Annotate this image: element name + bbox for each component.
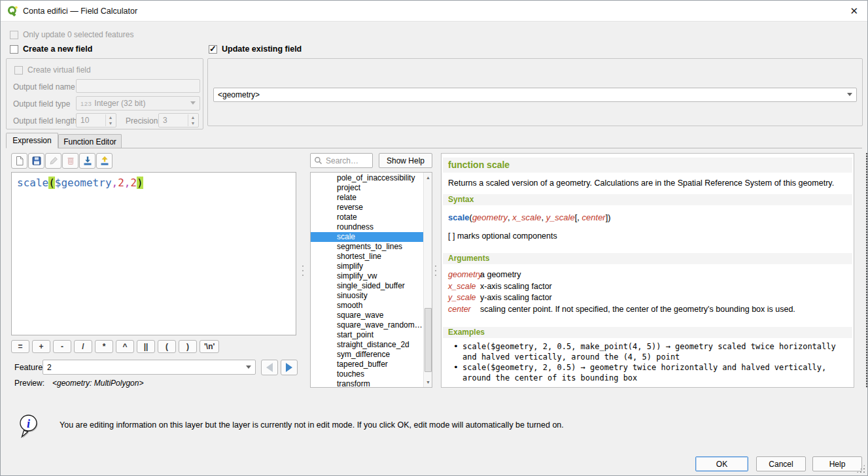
argument-description: y-axis scaling factor (480, 292, 552, 304)
close-icon[interactable]: ✕ (850, 1, 858, 22)
spinner-arrows[interactable]: ▲▼ (105, 114, 115, 126)
tab-expression[interactable]: Expression (6, 133, 58, 148)
splitter-handle[interactable] (434, 262, 437, 280)
save-expression-button[interactable] (28, 153, 44, 169)
argument-name: x_scale (448, 281, 480, 293)
precision-label: Precision (126, 116, 158, 126)
operator-button[interactable]: + (32, 340, 50, 353)
export-expression-button[interactable] (96, 153, 113, 169)
arguments-heading: Arguments (443, 253, 852, 264)
function-search-input[interactable]: Search… (310, 153, 373, 168)
existing-field-dropdown[interactable]: <geometry> (213, 88, 857, 102)
function-list-item[interactable]: transform (311, 379, 432, 388)
function-list-item[interactable]: start_point (311, 330, 432, 340)
operator-button[interactable]: ) (179, 340, 197, 353)
scrollbar-thumb[interactable] (425, 308, 432, 372)
operator-button[interactable]: * (95, 340, 113, 353)
function-list-item[interactable]: simplify (311, 262, 432, 271)
splitter-edge[interactable] (866, 153, 867, 388)
function-list-item[interactable]: relate (311, 193, 432, 203)
cancel-button[interactable]: Cancel (756, 456, 806, 471)
operator-button[interactable]: '\n' (200, 340, 219, 353)
precision-spinner[interactable]: 3 ▲▼ (158, 113, 199, 128)
spinner-arrows[interactable]: ▲▼ (188, 114, 198, 126)
function-list-item[interactable]: reverse (311, 203, 432, 212)
operator-button[interactable]: - (53, 340, 71, 353)
function-list-item[interactable]: pole_of_inaccessibility (311, 173, 432, 183)
examples-heading: Examples (443, 327, 852, 338)
output-field-type-dropdown[interactable]: 123 Integer (32 bit) (76, 96, 200, 110)
import-expression-button[interactable] (79, 153, 95, 169)
pencil-icon (48, 156, 59, 166)
new-expression-button[interactable] (11, 153, 27, 169)
function-list-item[interactable]: smooth (311, 301, 432, 311)
function-list-item[interactable]: straight_distance_2d (311, 340, 432, 350)
help-title: function scale (443, 158, 852, 173)
trash-icon (65, 156, 76, 166)
arrow-right-icon (286, 363, 292, 372)
function-list-item[interactable]: rotate (311, 212, 432, 222)
function-list-item[interactable]: sym_difference (311, 350, 432, 360)
function-list-item[interactable]: roundness (311, 222, 432, 232)
examples-list: scale($geometry, 2, 0.5, make_point(4, 5… (453, 341, 848, 383)
spin-up-icon[interactable]: ▲ (188, 114, 198, 120)
argument-description: a geometry (480, 269, 521, 281)
create-virtual-field-checkbox[interactable]: Create virtual field (14, 65, 91, 75)
existing-field-value: <geometry> (218, 90, 260, 99)
scroll-up-icon[interactable]: ▲ (424, 173, 432, 182)
delete-expression-button[interactable] (62, 153, 78, 169)
previous-feature-button[interactable] (261, 360, 278, 375)
operator-button[interactable]: ( (158, 340, 176, 353)
update-existing-field-checkbox[interactable]: Update existing field (209, 44, 302, 54)
integer-type-icon: 123 (80, 100, 92, 107)
function-list-item[interactable]: sinuosity (311, 291, 432, 301)
argument-name: y_scale (448, 292, 480, 304)
create-new-field-checkbox[interactable]: Create a new field (10, 44, 92, 54)
spin-down-icon[interactable]: ▼ (188, 120, 198, 126)
operator-button[interactable]: || (137, 340, 155, 353)
tab-function-editor[interactable]: Function Editor (58, 134, 122, 148)
expression-token: ( (48, 177, 55, 189)
splitter-handle[interactable] (302, 262, 304, 280)
function-list-item[interactable]: scale (311, 232, 432, 242)
svg-text:i: i (27, 417, 30, 430)
operator-button[interactable]: ^ (116, 340, 134, 353)
edit-expression-button[interactable] (45, 153, 61, 169)
function-list-item[interactable]: touches (311, 369, 432, 379)
output-field-length-spinner[interactable]: 10 ▲▼ (76, 113, 116, 128)
function-list-item[interactable]: project (311, 183, 432, 193)
expression-token: , (112, 177, 118, 189)
checkbox-box (209, 45, 217, 54)
syntax-line: scale(geometry, x_scale, y_scale[, cente… (448, 212, 611, 222)
expression-token: 2 (130, 177, 137, 189)
function-list-item[interactable]: shortest_line (311, 252, 432, 262)
operator-button[interactable]: / (74, 340, 92, 353)
spin-down-icon[interactable]: ▼ (106, 120, 115, 126)
qgis-logo-icon (7, 5, 18, 17)
function-list-item[interactable]: segments_to_lines (311, 242, 432, 252)
scroll-down-icon[interactable]: ▼ (424, 377, 432, 387)
output-field-type-label: Output field type (13, 99, 70, 109)
import-arrow-down-icon (82, 156, 93, 166)
feature-combobox[interactable]: 2 (43, 360, 256, 375)
output-field-name-input[interactable] (76, 79, 200, 93)
function-list-item[interactable]: square_wave (311, 311, 432, 320)
argument-name: center (448, 304, 480, 316)
syntax-token: x_scale (512, 212, 541, 222)
spin-up-icon[interactable]: ▲ (106, 114, 115, 120)
expression-token: scale (17, 177, 48, 189)
operator-button[interactable]: = (11, 340, 29, 353)
create-virtual-field-label: Create virtual field (27, 65, 91, 75)
ok-button[interactable]: OK (695, 456, 748, 471)
function-list-scrollbar[interactable]: ▲ ▼ (423, 173, 432, 387)
show-help-button[interactable]: Show Help (379, 153, 432, 168)
function-list-item[interactable]: single_sided_buffer (311, 281, 432, 291)
next-feature-button[interactable] (281, 360, 298, 375)
expression-editor[interactable]: scale($geometry,2,2) (11, 172, 296, 335)
syntax-token: center (582, 212, 606, 222)
only-update-selected-checkbox[interactable]: Only update 0 selected features (10, 29, 133, 40)
function-list-item[interactable]: simplify_vw (311, 271, 432, 281)
function-list-item[interactable]: square_wave_random… (311, 320, 432, 330)
function-list-item[interactable]: tapered_buffer (311, 360, 432, 369)
help-button[interactable]: Help (812, 456, 862, 471)
